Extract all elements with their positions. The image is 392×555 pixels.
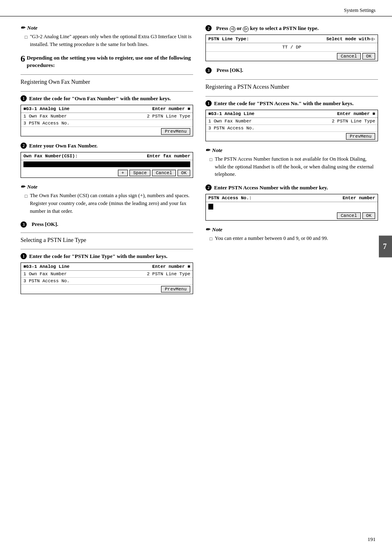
note-label-4: Note: [212, 226, 222, 233]
section-title-pstn: Selecting a PSTN Line Type: [21, 236, 193, 244]
screen-2-top: Own Fax Number(CSI): Enter fax number: [21, 152, 193, 160]
screen-1: ■G3-1 Analog Line Enter number ■ 1 Own F…: [21, 105, 193, 136]
screen-pstn-top: PSTN Line Type: Select mode with◁▷: [206, 35, 378, 43]
note-text-3: The PSTN Access Number function is not a…: [215, 155, 378, 178]
screen-2-input-row: [21, 160, 193, 168]
screen-1-top-right: Enter number ■: [152, 106, 190, 111]
step-2-access-circle: 2: [205, 184, 212, 191]
screen-2-top-left: Own Fax Number(CSI):: [23, 154, 78, 159]
divider-6: [205, 96, 378, 97]
right-column: 2 Press ◁ or ▷ key to select a PSTN line…: [205, 25, 378, 300]
content-area: ✏ Note "G3-2 Analog Line" appears only w…: [0, 16, 392, 308]
screen-4-row1-right: 2 PSTN Line Type: [332, 119, 375, 124]
note-icon-3: ✏: [205, 147, 210, 154]
step-2-fax: 2 Enter your Own Fax Number. Own Fax Num…: [21, 142, 193, 178]
screen-pstn-top-left: PSTN Line Type:: [208, 37, 249, 41]
screen-2: Own Fax Number(CSI): Enter fax number + …: [21, 152, 193, 178]
screen-3-row2-text: 3 PSTN Access No.: [23, 279, 69, 283]
screen-1-top-left: ■G3-1 Analog Line: [23, 106, 69, 111]
step-2-circle: 2: [21, 143, 27, 149]
screen-2-space-btn: Space: [129, 170, 150, 176]
screen-3-row1-right: 2 PSTN Line Type: [147, 272, 190, 276]
screen-3-top-right: Enter number ■: [152, 264, 190, 269]
screen-4-top: ■G3-1 Analog Line Enter number ■: [206, 110, 378, 118]
step-1-access-text: Enter the code for "PSTN Access No." wit…: [214, 100, 353, 107]
step-3-fax: 3 Press [OK].: [21, 221, 193, 228]
screen-pstn-row1-text: TT / DP: [282, 45, 301, 50]
step-1-pstn-text: Enter the code for "PSTN Line Type" with…: [29, 253, 167, 260]
note-item-3: The PSTN Access Number function is not a…: [210, 155, 378, 178]
divider-3: [21, 233, 193, 233]
step-1-pstn-header: 1 Enter the code for "PSTN Line Type" wi…: [21, 253, 193, 260]
screen-5-top: PSTN Access No.: Enter number: [206, 194, 378, 202]
step-3-circle: 3: [21, 221, 27, 228]
note-text-4: You can enter a number between 0 and 9, …: [215, 235, 328, 242]
left-column: ✏ Note "G3-2 Analog Line" appears only w…: [21, 25, 193, 300]
page-header: System Settings: [0, 0, 392, 16]
page-footer: 191: [368, 536, 376, 543]
screen-4-prevmenu-btn: PrevMenu: [346, 133, 375, 140]
divider-4: [21, 249, 193, 249]
screen-3-top: ■G3-1 Analog Line Enter number ■: [21, 263, 193, 271]
step-3-pstn: 3 Press [OK].: [205, 67, 378, 74]
note-block-2: ✏ Note The Own Fax Number (CSI) can cont…: [21, 184, 193, 215]
screen-pstn-cancel-btn: Cancel: [337, 53, 361, 60]
screen-4-row2-text: 3 PSTN Access No.: [208, 126, 254, 131]
note-title-1: ✏ Note: [21, 25, 193, 31]
divider-2: [21, 91, 193, 92]
screen-3-row2: 3 PSTN Access No.: [21, 278, 193, 285]
step-2-pstn-text: Press ◁ or ▷ key to select a PSTN line t…: [216, 25, 319, 32]
note-label-3: Note: [212, 147, 222, 154]
screen-pstn-top-right: Select mode with◁▷: [326, 36, 375, 41]
screen-2-cancel-btn: Cancel: [152, 170, 176, 176]
screen-1-row1: 1 Own Fax Number 2 PSTN Line Type: [21, 113, 193, 120]
screen-1-buttons: PrevMenu: [21, 127, 193, 136]
screen-1-row2: 3 PSTN Access No.: [21, 120, 193, 127]
screen-4-row2: 3 PSTN Access No.: [206, 125, 378, 132]
screen-pstn-row1: TT / DP: [206, 43, 378, 52]
screen-pstn-ok-btn: OK: [362, 53, 375, 60]
page-number: 191: [368, 536, 376, 542]
screen-3-buttons: PrevMenu: [21, 285, 193, 294]
step-1-header: 1 Enter the code for "Own Fax Number" wi…: [21, 95, 193, 102]
note-item-2: The Own Fax Number (CSI) can contain a p…: [25, 192, 193, 215]
section-title-access: Registering a PSTN Access Number: [205, 83, 378, 91]
screen-4-top-left: ■G3-1 Analog Line: [208, 111, 254, 116]
screen-5-cursor: [208, 204, 213, 210]
step-2-pstn-header: 2 Press ◁ or ▷ key to select a PSTN line…: [205, 25, 378, 32]
screen-3-row1: 1 Own Fax Number 2 PSTN Line Type: [21, 271, 193, 278]
note-text-1: "G3-2 Analog Line" appears only when the…: [30, 33, 193, 48]
step-2-pstn-type: 2 Press ◁ or ▷ key to select a PSTN line…: [205, 25, 378, 61]
step-2-access-header: 2 Enter PSTN Access Number with the numb…: [205, 184, 378, 191]
note-block-4: ✏ Note You can enter a number between 0 …: [205, 226, 378, 242]
screen-3-top-left: ■G3-1 Analog Line: [23, 264, 69, 269]
step-1-fax: 1 Enter the code for "Own Fax Number" wi…: [21, 95, 193, 136]
screen-pstn-type: PSTN Line Type: Select mode with◁▷ TT / …: [205, 35, 378, 61]
screen-5-buttons: Cancel OK: [206, 211, 378, 220]
note-label-2: Note: [27, 184, 37, 190]
note-block-1: ✏ Note "G3-2 Analog Line" appears only w…: [21, 25, 193, 48]
screen-1-top: ■G3-1 Analog Line Enter number ■: [21, 105, 193, 113]
screen-2-buttons: + Space Cancel OK: [21, 168, 193, 177]
note-item-4: You can enter a number between 0 and 9, …: [210, 235, 378, 242]
section-tab: 7: [379, 236, 392, 258]
screen-3-row1-left: 1 Own Fax Number: [23, 272, 67, 276]
step-2-text: Enter your Own Fax Number.: [29, 142, 97, 150]
screen-5-top-left: PSTN Access No.:: [208, 196, 252, 200]
screen-3-prevmenu-btn: PrevMenu: [161, 286, 190, 292]
section-title-fax: Registering Own Fax Number: [21, 78, 193, 86]
step-2-header: 2 Enter your Own Fax Number.: [21, 142, 193, 150]
screen-4-row1: 1 Own Fax Number 2 PSTN Line Type: [206, 118, 378, 125]
step-1-text: Enter the code for "Own Fax Number" with…: [29, 95, 171, 102]
screen-5: PSTN Access No.: Enter number Cancel OK: [205, 194, 378, 221]
header-title: System Settings: [344, 7, 376, 14]
screen-2-input: [23, 161, 190, 167]
step-1-circle: 1: [21, 95, 27, 101]
section-access-title: Registering a PSTN Access Number: [205, 84, 289, 90]
step-2-pstn-circle: 2: [205, 25, 212, 31]
screen-4-row1-left: 1 Own Fax Number: [208, 119, 252, 124]
note-title-3: ✏ Note: [205, 147, 378, 154]
step-1-access-circle: 1: [205, 100, 212, 106]
note-item-1: "G3-2 Analog Line" appears only when the…: [25, 33, 193, 48]
screen-4-buttons: PrevMenu: [206, 132, 378, 141]
